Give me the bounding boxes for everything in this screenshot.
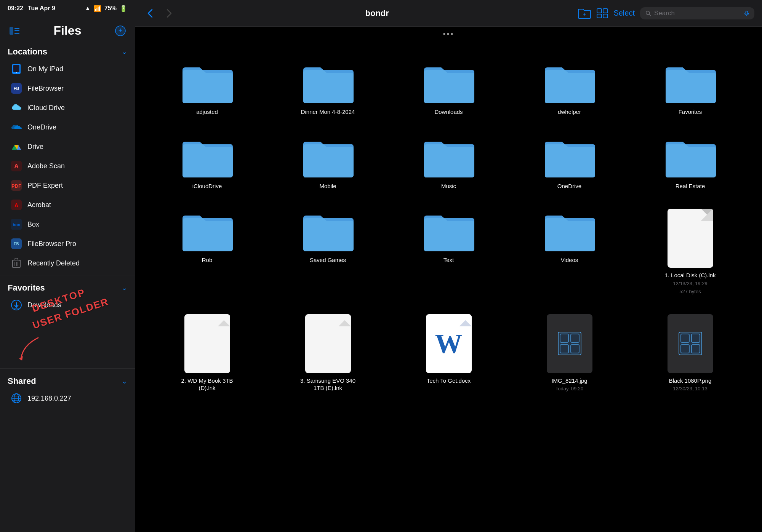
file-item-tech-to-get[interactable]: W Tech To Get.docx [392,310,505,396]
sidebar-item-onedrive[interactable]: OneDrive [3,118,132,137]
sidebar-item-acrobat[interactable]: A Acrobat [3,195,132,214]
folder-item-dwhelper[interactable]: dwhelper [513,57,626,120]
folder-item-saved-games[interactable]: Saved Games [271,205,384,299]
ipad-icon [11,63,22,75]
sidebar-item-icloud-drive[interactable]: iCloud Drive [3,98,132,117]
folder-item-adjusted[interactable]: adjusted [150,57,264,120]
svg-rect-37 [597,9,602,13]
folder-icon-text [422,209,475,252]
search-input[interactable] [654,10,741,17]
status-bar: 09:22 Tue Apr 9 ▲ 📶 75% 🔋 [0,0,135,17]
svg-rect-52 [680,333,701,354]
sidebar-label-ip: 192.168.0.227 [27,395,71,403]
onedrive-icon [11,121,22,133]
folder-icon-dwhelper [543,61,596,104]
sidebar-toggle-icon[interactable] [8,24,21,38]
sidebar-label-box: Box [27,220,39,228]
folder-icon-onedrive [543,135,596,179]
file-item-local-disk[interactable]: 1. Local Disk (C).lnk 12/13/23, 19:29 52… [634,205,747,299]
file-meta-black1080p: 12/30/23, 10:13 [673,385,707,392]
folder-item-downloads[interactable]: Downloads [392,57,505,120]
pdfexpert-icon: PDF [11,180,22,191]
folder-item-icloudrive[interactable]: iCloudDrive [150,131,264,194]
folder-name-downloads: Downloads [434,108,463,116]
filebrowser-icon: FB [11,83,22,94]
add-location-button[interactable]: + [114,24,127,38]
sidebar-item-filebrowser-pro[interactable]: FB FileBrowser Pro [3,234,132,253]
microphone-icon[interactable] [744,10,749,16]
folder-item-text[interactable]: Text [392,205,505,299]
select-button[interactable]: Select [613,9,635,18]
folder-icon-downloads [422,61,475,104]
svg-rect-3 [14,33,19,34]
downloads-fav-icon [11,299,22,311]
sidebar-item-ip-address[interactable]: 192.168.0.227 [3,389,132,408]
main-toolbar: bondr + Select [135,0,762,27]
favorites-chevron-icon[interactable]: ⌄ [122,284,127,292]
folder-item-onedrive[interactable]: OneDrive [513,131,626,194]
annotation-arrow [15,334,46,364]
file-meta-img8214: Today, 09:20 [555,385,583,392]
sidebar-item-recently-deleted[interactable]: Recently Deleted [3,254,132,273]
folder-icon-mobile [301,135,355,179]
folder-item-mobile[interactable]: Mobile [271,131,384,194]
file-name-tech: Tech To Get.docx [427,377,471,385]
folder-name-real-estate: Real Estate [676,182,705,190]
sidebar-item-filebrowser[interactable]: FB FileBrowser [3,79,132,98]
wifi-icon: 📶 [94,5,101,12]
new-folder-button[interactable]: + [578,8,591,19]
sidebar-item-box[interactable]: box Box [3,215,132,234]
folder-icon-favorites [664,61,717,104]
file-name-local-disk: 1. Local Disk (C).lnk [664,272,716,279]
sidebar-label-onedrive: OneDrive [27,123,56,131]
file-name-wd: 2. WD My Book 3TB (D).lnk [179,377,236,392]
folder-item-videos[interactable]: Videos [513,205,626,299]
box-icon: box [11,219,22,230]
forward-button[interactable] [162,6,176,21]
svg-point-41 [646,11,650,14]
sidebar-item-on-my-ipad[interactable]: On My iPad [3,59,132,78]
sidebar-divider-1 [0,275,135,275]
trash-icon [11,257,22,269]
sidebar-label-filebrowser: FileBrowser [27,85,64,93]
sidebar-label-drive: Drive [27,143,43,151]
file-item-wd-my-book[interactable]: 2. WD My Book 3TB (D).lnk [150,310,264,396]
image-icon-black1080p [668,314,713,373]
svg-text:+: + [583,11,586,17]
shared-title: Shared [8,376,36,386]
svg-point-9 [16,72,17,73]
battery-display: 75% [104,5,117,12]
folder-icon-adjusted [181,61,234,104]
document-icon-samsung [305,314,351,373]
locations-chevron-icon[interactable]: ⌄ [122,48,127,56]
folder-item-real-estate[interactable]: Real Estate [634,131,747,194]
sidebar-item-adobe-scan[interactable]: A Adobe Scan [3,157,132,176]
favorites-title: Favorites [8,283,45,293]
toolbar-actions: + Select [578,7,754,19]
shared-chevron-icon[interactable]: ⌄ [122,377,127,385]
file-item-samsung-evo[interactable]: 3. Samsung EVO 340 1TB (E).lnk [271,310,384,396]
folder-item-dinner-mon[interactable]: Dinner Mon 4-8-2024 [271,57,384,120]
file-item-img-8214[interactable]: IMG_8214.jpg Today, 09:20 [513,310,626,396]
favorites-section-header: Favorites ⌄ [0,278,135,295]
file-meta-local-disk-size: 527 bytes [679,288,701,295]
sidebar-item-pdf-expert[interactable]: PDF PDF Expert [3,176,132,195]
folder-item-favorites[interactable]: Favorites [634,57,747,120]
view-toggle-button[interactable] [597,8,608,18]
sidebar-item-drive[interactable]: Drive [3,137,132,156]
icloud-icon [11,102,22,113]
svg-text:box: box [13,222,20,227]
svg-text:A: A [14,202,18,208]
svg-rect-2 [14,30,19,31]
svg-rect-40 [603,14,608,18]
sidebar-label-acrobat: Acrobat [27,201,51,209]
svg-rect-0 [10,27,13,35]
back-button[interactable] [143,6,157,21]
folder-item-music[interactable]: Music [392,131,505,194]
folder-name-text: Text [443,256,454,264]
file-item-black-1080p[interactable]: Black 1080P.png 12/30/23, 10:13 [634,310,747,396]
date-display: Tue Apr 9 [28,5,55,12]
folder-icon-real-estate [664,135,717,179]
folder-item-rob[interactable]: Rob [150,205,264,299]
sidebar-item-downloads-favorite[interactable]: Downloads [3,296,132,315]
